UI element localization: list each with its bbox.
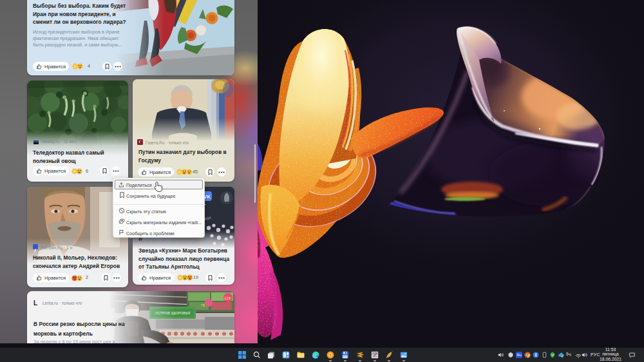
svg-text:129: 129: [224, 296, 231, 300]
svg-text:79: 79: [201, 303, 205, 307]
